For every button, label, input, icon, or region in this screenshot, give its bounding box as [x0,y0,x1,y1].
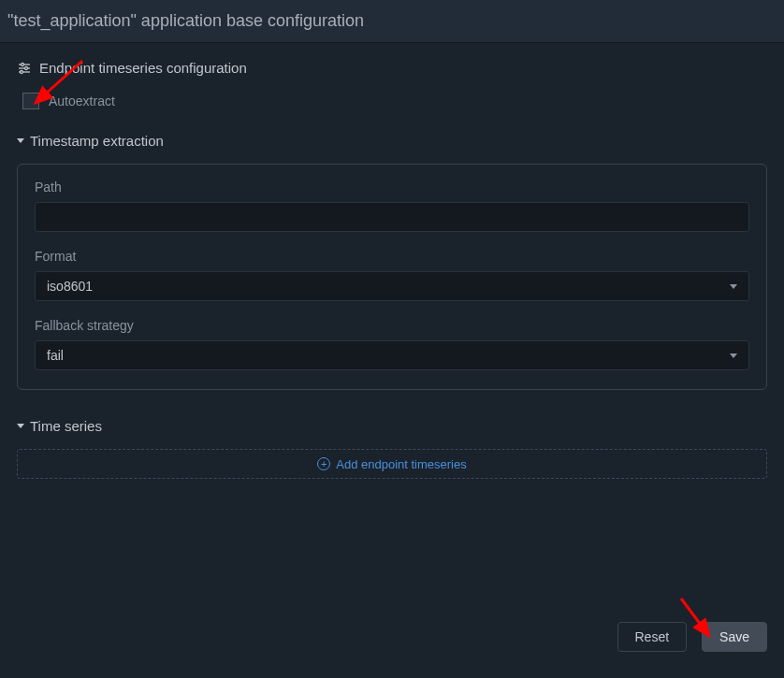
format-field-group: Format iso8601 [35,249,749,301]
reset-button[interactable]: Reset [617,622,688,652]
page-header: "test_application" application base conf… [0,0,784,43]
path-label: Path [35,180,749,195]
path-field-group: Path [35,180,749,232]
fallback-field-group: Fallback strategy fail [35,318,749,370]
path-input[interactable] [35,202,749,232]
time-series-header[interactable]: Time series [17,418,767,434]
fallback-select-value: fail [47,348,64,363]
autoextract-row: Autoextract [22,93,767,109]
sliders-icon [17,61,32,76]
page-title: "test_application" application base conf… [7,11,364,30]
format-select[interactable]: iso8601 [35,271,749,301]
timestamp-extraction-panel: Path Format iso8601 Fallback strategy fa… [17,164,767,390]
chevron-down-icon [730,353,737,358]
time-series-title: Time series [30,418,102,434]
footer-actions: Reset Save [0,608,784,678]
plus-circle-icon: + [317,457,330,470]
autoextract-checkbox[interactable] [22,93,39,109]
section-label: Endpoint timeseries configuration [17,60,767,76]
chevron-down-icon [730,284,737,289]
format-select-value: iso8601 [47,279,93,294]
format-label: Format [35,249,749,264]
svg-point-5 [21,70,23,73]
autoextract-label: Autoextract [49,94,115,108]
section-label-text: Endpoint timeseries configuration [39,60,247,76]
save-button[interactable]: Save [702,622,767,652]
timestamp-extraction-header[interactable]: Timestamp extraction [17,133,767,149]
fallback-label: Fallback strategy [35,318,749,333]
timestamp-extraction-title: Timestamp extraction [30,133,164,149]
add-endpoint-timeseries-label: Add endpoint timeseries [336,457,466,471]
caret-down-icon [17,138,24,143]
svg-point-3 [25,66,28,69]
add-endpoint-timeseries-button[interactable]: + Add endpoint timeseries [17,449,767,479]
main-content: Endpoint timeseries configuration Autoex… [0,43,784,479]
svg-point-1 [22,63,24,65]
caret-down-icon [17,424,24,428]
fallback-select[interactable]: fail [35,340,749,370]
